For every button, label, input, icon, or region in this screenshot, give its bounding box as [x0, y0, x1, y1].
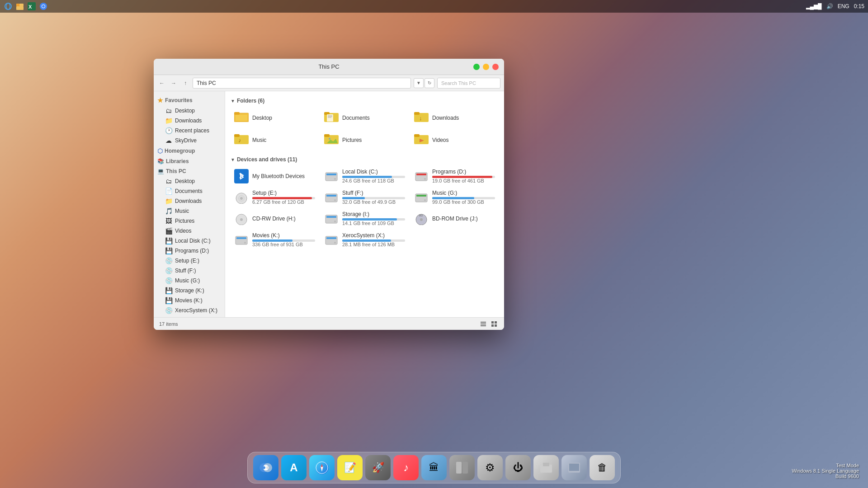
bluetooth-label: My Bluetooth Devices — [252, 173, 315, 179]
svg-rect-76 — [495, 321, 497, 324]
minimize-button[interactable] — [483, 64, 489, 70]
folder-documents[interactable]: Documents — [321, 108, 409, 128]
svg-rect-88 — [456, 462, 462, 474]
drives-section-header[interactable]: ▼ Devices and drives (11) — [231, 156, 499, 163]
dock-music[interactable]: ♪ — [393, 455, 419, 480]
drive-musicg[interactable]: Music (G:) 99.0 GB free of 300 GB — [410, 188, 499, 207]
drive-bluetooth[interactable]: My Bluetooth Devices — [231, 166, 319, 186]
dock-app7[interactable] — [449, 455, 475, 480]
refresh-button[interactable]: ↻ — [425, 78, 434, 88]
taskbar-top-right: ▂▄▆█ 🔊 ENG 0:15 — [806, 3, 864, 9]
taskbar-icon-ie[interactable] — [4, 2, 13, 11]
sidebar-item-pictures-pc[interactable]: 🖼 Pictures — [161, 216, 225, 226]
sidebar-item-setupe[interactable]: 💿 Setup (E:) — [161, 256, 225, 266]
drive-localc[interactable]: Local Disk (C:) 24.6 GB free of 118 GB — [321, 166, 409, 186]
address-path[interactable]: This PC — [193, 78, 411, 89]
dock-trash[interactable]: 🗑 — [590, 455, 615, 480]
sidebar-item-stufff[interactable]: 💿 Stuff (F:) — [161, 266, 225, 276]
dock-app10[interactable] — [533, 455, 559, 480]
sidebar-item-recent[interactable]: 🕐 Recent places — [161, 126, 225, 136]
sidebar-favourites-items: 🗂 Desktop 📁 Downloads 🕐 Recent places ☁ … — [161, 106, 225, 145]
drive-programsd[interactable]: Programs (D:) 19.0 GB free of 461 GB — [410, 166, 499, 186]
sidebar-item-programsd[interactable]: 💾 Programs (D:) — [161, 246, 225, 256]
sidebar-item-music-pc[interactable]: 🎵 Music — [161, 206, 225, 216]
dock-app11[interactable] — [561, 455, 587, 480]
folders-section-header[interactable]: ▼ Folders (6) — [231, 98, 499, 104]
sidebar-item-xeroc[interactable]: 💿 XerocSystem (X:) — [161, 305, 225, 315]
bdrom-icon-j: BD — [414, 211, 429, 226]
dock-power[interactable]: ⏻ — [505, 455, 531, 480]
sidebar-item-downloads-pc[interactable]: 📁 Downloads — [161, 196, 225, 206]
dock-notes[interactable]: 📝 — [337, 455, 363, 480]
list-view-button[interactable] — [479, 319, 488, 328]
sidebar-item-downloads-fav[interactable]: 📁 Downloads — [161, 116, 225, 126]
drive-bdromj[interactable]: BD BD-ROM Drive (J:) — [410, 209, 499, 228]
dock-library[interactable]: 🏛 — [421, 455, 447, 480]
svg-rect-31 — [414, 134, 420, 137]
sidebar-item-storagek[interactable]: 💾 Storage (K:) — [161, 286, 225, 296]
sidebar-libraries-label: Libraries — [166, 158, 189, 164]
sidebar-item-desktop-pc[interactable]: 🗂 Desktop — [161, 176, 225, 186]
grid-view-button[interactable] — [490, 319, 499, 328]
maximize-button[interactable] — [473, 64, 480, 70]
drives-arrow-icon: ▼ — [231, 157, 235, 162]
folder-desktop[interactable]: Desktop — [231, 108, 319, 128]
dock-finder[interactable] — [253, 455, 278, 480]
sidebar-item-localc[interactable]: 💾 Local Disk (C:) — [161, 236, 225, 246]
sidebar-item-musicg[interactable]: 💿 Music (G:) — [161, 276, 225, 286]
svg-point-67 — [244, 242, 246, 244]
sidebar-item-moviesk[interactable]: 💾 Movies (K:) — [161, 296, 225, 305]
xeroc-info: XerocSystem (X:) 28.1 MB free of 126 MB — [342, 232, 405, 247]
search-placeholder: Search This PC — [441, 80, 476, 86]
close-button[interactable] — [492, 64, 499, 70]
address-dropdown-button[interactable]: ▼ — [414, 78, 424, 88]
sidebar-favourites-header[interactable]: ★ Favourites — [154, 95, 225, 106]
sidebar-thispc-header[interactable]: 💻 This PC — [154, 166, 225, 176]
address-bar: ← → ↑ This PC ▼ ↻ Search This PC — [154, 75, 504, 91]
sidebar-homegroup-header[interactable]: ⬡ Homegroup — [154, 145, 225, 156]
dock-safari[interactable] — [309, 455, 335, 480]
folder-documents-icon — [324, 110, 339, 125]
drive-xeroc[interactable]: XerocSystem (X:) 28.1 MB free of 126 MB — [321, 230, 409, 249]
sidebar-network-header[interactable]: 🌐 Network — [154, 315, 225, 317]
drive-cdrwh[interactable]: CD-RW Drive (H:) — [231, 209, 319, 228]
sidebar-item-videos-pc[interactable]: 🎬 Videos — [161, 226, 225, 236]
forward-button[interactable]: → — [169, 79, 178, 88]
sidebar-label: SkyDrive — [175, 137, 197, 144]
cdrom-icon-e — [234, 190, 249, 205]
cdrom-icon-h — [234, 211, 249, 226]
drive-storagei[interactable]: Storage (I:) 14.1 GB free of 109 GB — [321, 209, 409, 228]
folder-downloads[interactable]: ↓ Downloads — [410, 108, 499, 128]
skydrive-icon: ☁ — [165, 137, 173, 144]
drive-moviesk[interactable]: Movies (K:) 336 GB free of 931 GB — [231, 230, 319, 249]
sidebar-item-documents-pc[interactable]: 📄 Documents — [161, 186, 225, 196]
hdd-icon-i — [324, 211, 339, 226]
storagei-free: 14.1 GB free of 109 GB — [342, 221, 405, 226]
folder-videos[interactable]: Videos — [410, 130, 499, 150]
folder-videos-icon — [414, 132, 429, 147]
dock-appstore[interactable]: A — [281, 455, 307, 480]
sidebar-item-desktop-fav[interactable]: 🗂 Desktop — [161, 106, 225, 116]
address-buttons: ▼ ↻ — [414, 78, 434, 88]
svg-rect-91 — [543, 463, 549, 466]
taskbar-icon-chrome[interactable] — [39, 2, 48, 11]
hdd-icon-x — [324, 233, 339, 247]
folder-pictures[interactable]: Pictures — [321, 130, 409, 150]
drive-stufff[interactable]: Stuff (F:) 32.0 GB free of 49.9 GB — [321, 188, 409, 207]
main-area: ▼ Folders (6) Desktop Documents — [225, 91, 504, 317]
sidebar-item-skydrive[interactable]: ☁ SkyDrive — [161, 136, 225, 145]
back-button[interactable]: ← — [157, 79, 166, 88]
folders-section-label: Folders (6) — [237, 98, 264, 104]
clock: 0:15 — [854, 3, 864, 9]
up-button[interactable]: ↑ — [181, 79, 190, 88]
drive-setupe[interactable]: Setup (E:) 6.27 GB free of 120 GB — [231, 188, 319, 207]
svg-rect-77 — [491, 324, 494, 327]
dock-launchpad[interactable]: 🚀 — [365, 455, 391, 480]
folder-music[interactable]: ♪ Music — [231, 130, 319, 150]
taskbar-icon-excel[interactable]: X — [27, 2, 36, 11]
sidebar-libraries-header[interactable]: 📚 Libraries — [154, 156, 225, 166]
search-box[interactable]: Search This PC — [437, 78, 500, 89]
dock-sysprefs[interactable]: ⚙ — [477, 455, 503, 480]
svg-point-59 — [334, 221, 336, 222]
taskbar-icon-explorer[interactable] — [15, 2, 24, 11]
